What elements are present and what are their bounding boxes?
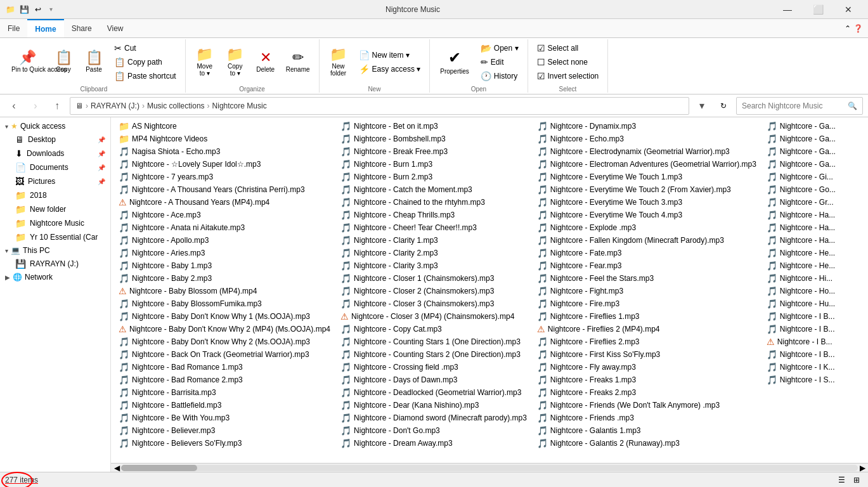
tab-file[interactable]: File	[0, 19, 27, 37]
list-item[interactable]: 🎵Nightcore - Counting Stars 2 (One Direc…	[338, 348, 529, 361]
list-item[interactable]: 🎵Nightcore - Catch the Moment.mp3	[338, 183, 529, 196]
list-item[interactable]: 🎵Nightcore - Clarity 1.mp3	[338, 234, 529, 247]
cut-button[interactable]: ✂ Cut	[110, 42, 180, 55]
list-item[interactable]: 🎵Nightcore - Feel the Stars.mp3	[534, 272, 759, 285]
list-item[interactable]: 🎵Nightcore - Ho...	[764, 285, 868, 297]
list-item[interactable]: ⚠Nightcore - Baby Don't Know Why 2 (MP4)…	[116, 323, 333, 335]
new-folder-button[interactable]: 📁 Newfolder	[325, 45, 353, 79]
list-item[interactable]: 🎵Nightcore - Dynamix.mp3	[534, 120, 759, 133]
list-item[interactable]: 🎵Nightcore - Crossing field .mp3	[338, 361, 529, 373]
path-home[interactable]: 🖥	[75, 101, 83, 110]
list-item[interactable]: 🎵Nightcore - Cheer! Tear Cheer!!.mp3	[338, 221, 529, 234]
list-item[interactable]: 🎵Nightcore - Ace.mp3	[116, 209, 333, 221]
properties-button[interactable]: ✔ Properties	[435, 46, 474, 77]
up-button[interactable]: ↑	[48, 97, 66, 115]
list-item[interactable]: 🎵Nightcore - Be With You.mp3	[116, 412, 333, 424]
list-item[interactable]: 🎵Nightcore - 7 years.mp3	[116, 171, 333, 183]
list-item[interactable]: ⚠Nightcore - Closer 3 (MP4) (Chainsmoker…	[338, 310, 529, 323]
tab-view[interactable]: View	[100, 19, 131, 37]
quick-access-header[interactable]: ▾ ★ Quick access	[0, 120, 110, 133]
list-item[interactable]: ⚠Nightcore - I B...	[764, 335, 868, 348]
search-input[interactable]	[742, 101, 845, 110]
copy-button[interactable]: 📋 Copy	[49, 48, 77, 75]
list-item[interactable]: 🎵Nightcore - Ga...	[764, 133, 868, 145]
list-item[interactable]: 🎵Nightcore - Ga...	[764, 158, 868, 171]
list-item[interactable]: 🎵Nightcore - Ha...	[764, 234, 868, 247]
list-item[interactable]: 📁MP4 Nightcore Videos	[116, 133, 333, 145]
list-item[interactable]: 🎵Nightcore - Barrisita.mp3	[116, 386, 333, 399]
list-item[interactable]: 🎵Nightcore - Burn 2.mp3	[338, 171, 529, 183]
list-item[interactable]: 🎵Nightcore - Freaks 2.mp3	[534, 386, 759, 399]
this-pc-header[interactable]: ▾ 💻 This PC	[0, 244, 110, 257]
sidebar-item-desktop[interactable]: 🖥 Desktop 📌	[0, 133, 110, 146]
list-item[interactable]: 🎵Nightcore - Baby 2.mp3	[116, 272, 333, 285]
list-item[interactable]: 🎵Nightcore - Days of Dawn.mp3	[338, 373, 529, 386]
easy-access-button[interactable]: ⚡ Easy access ▾	[355, 63, 425, 75]
scroll-left-button[interactable]: ◀	[112, 465, 121, 471]
rename-button[interactable]: ✏ Rename	[282, 48, 314, 75]
list-item[interactable]: 🎵Nightcore - Bombshell.mp3	[338, 133, 529, 145]
list-item[interactable]: 🎵Nightcore - Bet on it.mp3	[338, 120, 529, 133]
list-item[interactable]: 🎵Nightcore - Ga...	[764, 145, 868, 158]
close-button[interactable]: ✕	[834, 0, 863, 19]
sidebar-item-new-folder[interactable]: 📁 New folder	[0, 202, 110, 216]
paste-button[interactable]: 📋 Paste	[80, 48, 108, 75]
list-item[interactable]: 🎵Nightcore - Baby 1.mp3	[116, 259, 333, 272]
list-item[interactable]: ⚠Nightcore - A Thousand Years (MP4).mp4	[116, 196, 333, 209]
horizontal-scrollbar[interactable]: ◀ ▶	[111, 463, 868, 472]
copy-path-button[interactable]: 📋 Copy path	[110, 56, 180, 68]
view-icons[interactable]: ☰ ⊞	[835, 474, 863, 486]
list-item[interactable]: ⚠Nightcore - Fireflies 2 (MP4).mp4	[534, 323, 759, 335]
list-item[interactable]: 🎵Nightcore - Gi...	[764, 171, 868, 183]
list-item[interactable]: 🎵Nightcore - Diamond sword (Minecraft pa…	[338, 412, 529, 424]
maximize-button[interactable]: ⬜	[803, 0, 832, 19]
sidebar-item-2018[interactable]: 📁 2018	[0, 188, 110, 202]
select-all-button[interactable]: ☑ Select all	[533, 42, 603, 55]
sidebar-item-documents[interactable]: 📄 Documents 📌	[0, 160, 110, 174]
tab-share[interactable]: Share	[64, 19, 100, 37]
pin-quick-access-button[interactable]: 📌 Pin to Quick access	[8, 48, 47, 75]
list-item[interactable]: 🎵Nightcore - Fallen Kingdom (Minecraft P…	[534, 234, 759, 247]
list-item[interactable]: 🎵Nightcore - Bad Romance 2.mp3	[116, 373, 333, 386]
list-item[interactable]: 🎵Nightcore - Deadlocked (Geometrial Warr…	[338, 386, 529, 399]
list-item[interactable]: ⚠Nightcore - Baby Blossom (MP4).mp4	[116, 285, 333, 297]
list-item[interactable]: 🎵Nightcore - I S...	[764, 373, 868, 386]
invert-selection-button[interactable]: ☑ Invert selection	[533, 70, 603, 82]
list-item[interactable]: 🎵Nightcore - He...	[764, 259, 868, 272]
title-bar-controls[interactable]: — ⬜ ✕	[773, 0, 863, 19]
list-item[interactable]: 🎵Nightcore - Fireflies 1.mp3	[534, 310, 759, 323]
list-item[interactable]: 🎵Nightcore - Fight.mp3	[534, 285, 759, 297]
list-item[interactable]: 🎵Nightcore - Dream Away.mp3	[338, 437, 529, 450]
list-item[interactable]: 🎵Nightcore - Cheap Thrills.mp3	[338, 209, 529, 221]
list-item[interactable]: 🎵Nightcore - Closer 2 (Chainsmokers).mp3	[338, 285, 529, 297]
address-path[interactable]: 🖥 › RAYRAYN (J:) › Music collections › N…	[70, 97, 689, 115]
list-item[interactable]: 🎵Nightcore - Believer.mp3	[116, 424, 333, 437]
list-item[interactable]: 🎵Nagisa Shiota - Echo.mp3	[116, 145, 333, 158]
list-item[interactable]: 🎵Nightcore - Dear (Kana Nishino).mp3	[338, 399, 529, 412]
list-item[interactable]: 🎵Nightcore - Clarity 2.mp3	[338, 247, 529, 259]
forward-button[interactable]: ›	[27, 97, 44, 115]
path-drive[interactable]: RAYRAYN (J:)	[91, 101, 139, 110]
list-item[interactable]: 🎵Nightcore - Anata ni Aitakute.mp3	[116, 221, 333, 234]
list-item[interactable]: 🎵Nightcore - Friends (We Don't Talk Anym…	[534, 399, 759, 412]
list-item[interactable]: 🎵Nightcore - Apollo.mp3	[116, 234, 333, 247]
minimize-button[interactable]: —	[773, 0, 802, 19]
tab-home[interactable]: Home	[27, 19, 63, 37]
list-item[interactable]: 🎵Nightcore - Clarity 3.mp3	[338, 259, 529, 272]
ribbon-collapse[interactable]: ⌃ ❓	[839, 19, 868, 37]
list-item[interactable]: 🎵Nightcore - Closer 3 (Chainsmokers).mp3	[338, 297, 529, 310]
details-view-icon[interactable]: ☰	[835, 474, 848, 486]
select-none-button[interactable]: ☐ Select none	[533, 56, 603, 68]
list-item[interactable]: 🎵Nightcore - Baby BlossomFumika.mp3	[116, 297, 333, 310]
title-bar-system-icons[interactable]: 📁 💾 ↩ ▾	[5, 4, 53, 15]
list-item[interactable]: 📁AS Nightcore	[116, 120, 333, 133]
list-item[interactable]: 🎵Nightcore - I B...	[764, 310, 868, 323]
list-item[interactable]: 🎵Nightcore - Fire.mp3	[534, 297, 759, 310]
list-item[interactable]: 🎵Nightcore - Copy Cat.mp3	[338, 323, 529, 335]
list-item[interactable]: 🎵Nightcore - Aries.mp3	[116, 247, 333, 259]
edit-button[interactable]: ✏ Edit	[477, 56, 522, 68]
list-item[interactable]: 🎵Nightcore - Burn 1.mp3	[338, 158, 529, 171]
list-item[interactable]: 🎵Nightcore - Counting Stars 1 (One Direc…	[338, 335, 529, 348]
list-item[interactable]: 🎵Nightcore - Chained to the rhtyhm.mp3	[338, 196, 529, 209]
back-button[interactable]: ‹	[5, 97, 23, 115]
